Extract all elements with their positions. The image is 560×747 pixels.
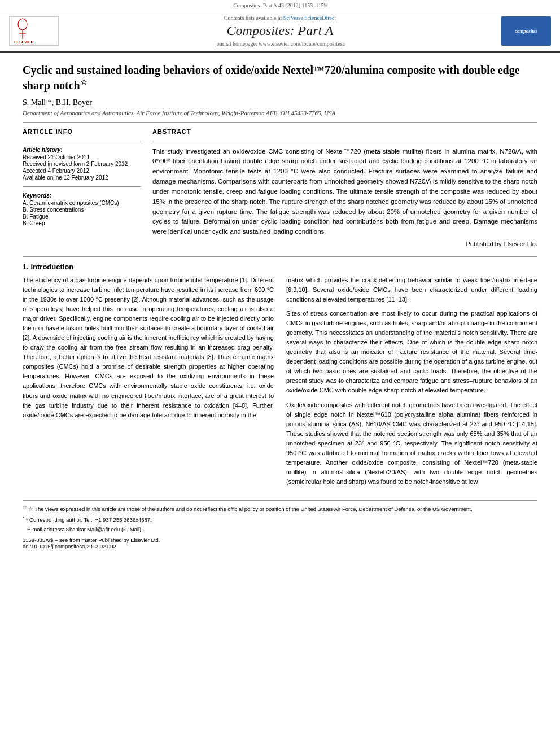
- received-line: Received 21 October 2011: [23, 154, 141, 160]
- divider-info: [23, 141, 141, 141]
- article-info-row: ARTICLE INFO Article history: Received 2…: [23, 128, 537, 247]
- sciverse-link[interactable]: SciVerse ScienceDirect: [283, 15, 336, 21]
- citation-bar: Composites: Part A 43 (2012) 1153–1159: [0, 0, 560, 10]
- composites-logo-box: composites: [500, 15, 551, 47]
- journal-center-info: Contents lists available at SciVerse Sci…: [65, 15, 495, 47]
- footnote-star: ☆ ☆ The views expressed in this article …: [23, 504, 537, 513]
- issn-line: 1359-835X/$ – see front matter Published…: [23, 537, 537, 549]
- keyword-2: B. Stress concentrations: [23, 207, 141, 213]
- citation-text: Composites: Part A 43 (2012) 1153–1159: [233, 2, 327, 8]
- divider-body: [23, 256, 537, 257]
- published-by: Published by Elsevier Ltd.: [152, 241, 537, 247]
- intro-para-col2-3: Oxide/oxide composites with different no…: [286, 400, 537, 487]
- footnote-email: E-mail address: Shankar.Mall@afit.edu (S…: [23, 526, 537, 534]
- divider-1: [23, 122, 537, 123]
- intro-heading: 1. Introduction: [23, 263, 537, 271]
- intro-para-col2-2: Sites of stress concentration are most l…: [286, 309, 537, 395]
- abstract-header: ABSTRACT: [152, 128, 537, 135]
- intro-two-col: The efficiency of a gas turbine engine d…: [23, 276, 537, 491]
- affiliation-line: Department of Aeronautics and Astronauti…: [23, 110, 537, 116]
- article-info-header: ARTICLE INFO: [23, 128, 141, 135]
- contents-available-line: Contents lists available at SciVerse Sci…: [224, 15, 336, 21]
- article-info-col: ARTICLE INFO Article history: Received 2…: [23, 128, 141, 247]
- intro-para-1: The efficiency of a gas turbine engine d…: [23, 276, 274, 420]
- history-label: Article history:: [23, 147, 141, 153]
- footnote-corresponding: * * Corresponding author. Tel.: +1 937 2…: [23, 515, 537, 524]
- article-title-section: Cyclic and sustained loading behaviors o…: [23, 63, 537, 93]
- revised-line: Received in revised form 2 February 2012: [23, 161, 141, 167]
- keyword-4: B. Creep: [23, 220, 141, 226]
- composites-logo: composites: [501, 16, 551, 46]
- svg-text:ELSEVIER: ELSEVIER: [14, 40, 34, 44]
- elsevier-logo-box: ELSEVIER: [9, 15, 60, 47]
- abstract-text: This study investigated an oxide/oxide C…: [152, 147, 537, 237]
- available-line: Available online 13 February 2012: [23, 174, 141, 181]
- accepted-line: Accepted 4 February 2012: [23, 168, 141, 174]
- intro-para-col2-1: matrix which provides the crack-deflecti…: [286, 276, 537, 304]
- divider-abstract: [152, 141, 537, 141]
- journal-banner: ELSEVIER Contents lists available at Sci…: [0, 10, 560, 53]
- intro-col2: matrix which provides the crack-deflecti…: [286, 276, 537, 491]
- introduction-section: 1. Introduction The efficiency of a gas …: [23, 263, 537, 491]
- abstract-col: ABSTRACT This study investigated an oxid…: [152, 128, 537, 247]
- keywords-label: Keywords:: [23, 193, 141, 199]
- elsevier-logo: ELSEVIER: [9, 16, 59, 46]
- authors-line: S. Mall *, B.H. Boyer: [23, 98, 537, 107]
- keyword-3: B. Fatigue: [23, 213, 141, 220]
- article-title: Cyclic and sustained loading behaviors o…: [23, 63, 537, 93]
- footnote-area: ☆ ☆ The views expressed in this article …: [23, 500, 537, 549]
- intro-col1: The efficiency of a gas turbine engine d…: [23, 276, 274, 491]
- divider-keywords: [23, 186, 141, 187]
- homepage-line: journal homepage: www.elsevier.com/locat…: [215, 41, 345, 47]
- keyword-1: A. Ceramic-matrix composites (CMCs): [23, 200, 141, 206]
- main-content: Cyclic and sustained loading behaviors o…: [0, 53, 560, 561]
- journal-title: Composites: Part A: [227, 23, 334, 38]
